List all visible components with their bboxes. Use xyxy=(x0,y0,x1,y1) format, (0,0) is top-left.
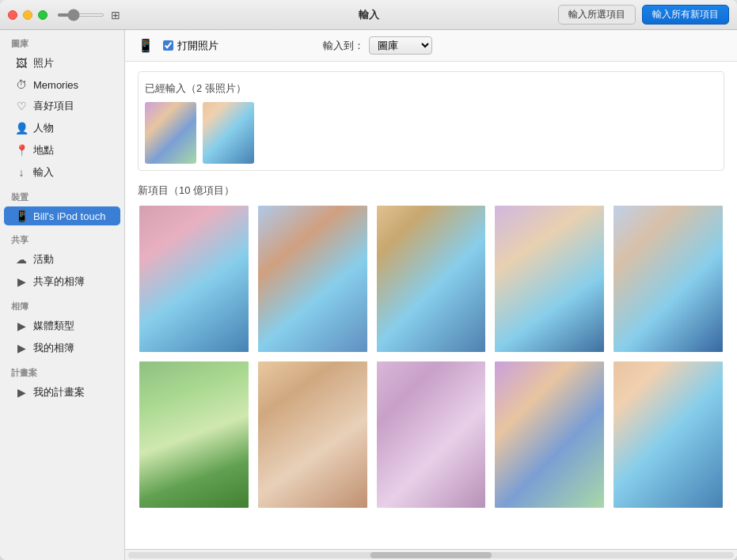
main-layout: 圖庫 🖼 照片 ⏱ Memories ♡ 喜好項目 👤 人物 📍 地點 xyxy=(0,30,737,560)
window-title: 輸入 xyxy=(359,8,379,22)
open-photos-label[interactable]: 打開照片 xyxy=(163,39,218,53)
minimize-button[interactable] xyxy=(23,10,32,20)
ipod-icon: 📱 xyxy=(15,210,28,222)
sidebar-label-my-albums: 我的相簿 xyxy=(33,341,74,355)
sidebar-label-import: 輸入 xyxy=(33,165,54,180)
sidebar-label-shared-albums: 共享的相簿 xyxy=(33,274,85,289)
zoom-slider-group: ⊞ xyxy=(57,9,120,21)
close-button[interactable] xyxy=(8,10,17,20)
titlebar-actions: 輸入所選項目 輸入所有新項目 xyxy=(558,5,729,25)
import-to-select[interactable]: 圖庫 相簿 xyxy=(369,36,432,55)
new-photo-1[interactable] xyxy=(138,204,250,354)
sidebar-section-devices: 裝置 xyxy=(0,184,124,206)
sidebar-item-my-projects[interactable]: ▶ 我的計畫案 xyxy=(4,382,120,403)
already-imported-photos xyxy=(145,102,717,164)
sidebar-section-shared: 共享 xyxy=(0,226,124,248)
traffic-lights xyxy=(8,10,47,20)
scrollbar-track xyxy=(128,552,734,558)
new-photo-10[interactable] xyxy=(612,360,724,509)
new-photo-7[interactable] xyxy=(256,360,369,509)
imported-photo-1[interactable] xyxy=(145,102,196,164)
maximize-button[interactable] xyxy=(38,10,47,20)
new-photo-6[interactable] xyxy=(138,360,250,509)
shared-albums-arrow-icon: ▶ xyxy=(15,275,28,288)
sidebar-item-shared-albums[interactable]: ▶ 共享的相簿 xyxy=(4,271,120,292)
grid-view-icon: ⊞ xyxy=(111,9,120,21)
activity-icon: ☁ xyxy=(15,253,28,266)
import-to-label: 輸入到： xyxy=(323,39,364,53)
sidebar-label-favorites: 喜好項目 xyxy=(33,99,74,113)
favorites-icon: ♡ xyxy=(15,100,28,112)
photo-scroll-area[interactable]: 已經輸入（2 張照片） 新項目（10 億項目） xyxy=(125,62,737,549)
people-icon: 👤 xyxy=(15,122,28,134)
sidebar-label-media-types: 媒體類型 xyxy=(33,319,74,333)
app-window: ⊞ 輸入 輸入所選項目 輸入所有新項目 圖庫 🖼 照片 ⏱ Memories ♡… xyxy=(0,0,737,560)
sidebar-label-activity: 活動 xyxy=(33,252,54,267)
sidebar-section-projects: 計畫案 xyxy=(0,359,124,381)
new-photo-5[interactable] xyxy=(612,204,724,354)
new-photo-3[interactable] xyxy=(375,204,488,354)
new-photo-9[interactable] xyxy=(493,360,606,509)
sidebar-item-activity[interactable]: ☁ 活動 xyxy=(4,249,120,270)
content-area: 📱 打開照片 輸入到： 圖庫 相簿 已經輸入（2 張照片） xyxy=(125,30,737,560)
sidebar-item-media-types[interactable]: ▶ 媒體類型 xyxy=(4,316,120,336)
sidebar-item-places[interactable]: 📍 地點 xyxy=(4,140,120,161)
new-photo-8[interactable] xyxy=(375,360,488,509)
import-all-button[interactable]: 輸入所有新項目 xyxy=(642,5,729,25)
imported-photo-2[interactable] xyxy=(203,102,254,164)
sidebar-label-places: 地點 xyxy=(33,143,54,157)
sidebar-item-photos[interactable]: 🖼 照片 xyxy=(4,53,120,74)
sidebar: 圖庫 🖼 照片 ⏱ Memories ♡ 喜好項目 👤 人物 📍 地點 xyxy=(0,30,125,560)
my-projects-arrow-icon: ▶ xyxy=(15,386,28,399)
sidebar-label-people: 人物 xyxy=(33,121,54,135)
sidebar-item-import[interactable]: ↓ 輸入 xyxy=(4,162,120,183)
sidebar-label-photos: 照片 xyxy=(33,56,54,70)
sidebar-label-ipod: Bill's iPod touch xyxy=(33,210,105,222)
sidebar-item-my-albums[interactable]: ▶ 我的相簿 xyxy=(4,338,120,358)
import-to-section: 輸入到： 圖庫 相簿 xyxy=(323,36,432,55)
new-items-grid xyxy=(138,204,724,509)
open-photos-checkbox[interactable] xyxy=(163,40,173,51)
toolbar-device-icon: 📱 xyxy=(138,38,154,53)
already-imported-section: 已經輸入（2 張照片） xyxy=(138,71,724,171)
import-icon: ↓ xyxy=(15,166,28,179)
sidebar-item-ipod[interactable]: 📱 Bill's iPod touch xyxy=(4,206,120,225)
import-toolbar: 📱 打開照片 輸入到： 圖庫 相簿 xyxy=(125,30,737,62)
my-albums-arrow-icon: ▶ xyxy=(15,342,28,354)
media-types-arrow-icon: ▶ xyxy=(15,320,28,332)
sidebar-item-favorites[interactable]: ♡ 喜好項目 xyxy=(4,96,120,116)
new-photo-4[interactable] xyxy=(493,204,606,354)
open-photos-text: 打開照片 xyxy=(177,39,218,53)
new-items-section: 新項目（10 億項目） xyxy=(138,184,724,509)
titlebar: ⊞ 輸入 輸入所選項目 輸入所有新項目 xyxy=(0,0,737,30)
sidebar-item-people[interactable]: 👤 人物 xyxy=(4,118,120,138)
photos-icon: 🖼 xyxy=(15,57,28,70)
sidebar-section-albums: 相簿 xyxy=(0,293,124,315)
memories-icon: ⏱ xyxy=(15,78,28,91)
sidebar-label-my-projects: 我的計畫案 xyxy=(33,385,85,399)
sidebar-label-memories: Memories xyxy=(33,79,78,91)
sidebar-item-memories[interactable]: ⏱ Memories xyxy=(4,75,120,94)
sidebar-section-gallery: 圖庫 xyxy=(0,30,124,52)
new-photo-2[interactable] xyxy=(256,204,369,354)
already-imported-title: 已經輸入（2 張照片） xyxy=(145,81,717,96)
scrollbar-thumb[interactable] xyxy=(370,552,492,558)
import-selected-button[interactable]: 輸入所選項目 xyxy=(558,5,636,25)
new-items-title: 新項目（10 億項目） xyxy=(138,184,724,198)
places-icon: 📍 xyxy=(15,144,28,157)
zoom-slider[interactable] xyxy=(57,13,104,17)
horizontal-scrollbar[interactable] xyxy=(125,549,737,560)
